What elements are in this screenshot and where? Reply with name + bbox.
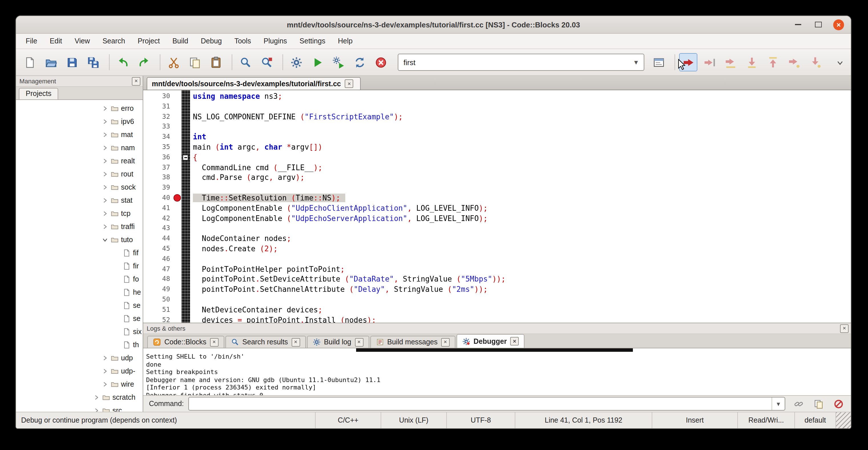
tree-item-se[interactable]: se — [16, 312, 143, 325]
code-line[interactable]: 35main (int argc, char *argv[]) — [143, 142, 851, 152]
step-into-instruction-button[interactable] — [806, 53, 824, 71]
breakpoint-margin[interactable] — [173, 122, 182, 132]
code-line[interactable]: 49 pointToPoint.SetChannelAttribute ("De… — [143, 284, 851, 295]
toolbar-overflow-button[interactable] — [833, 57, 846, 67]
logs-tab-code-blocks[interactable]: Code::Blocks× — [147, 336, 224, 348]
tree-item-tuto[interactable]: tuto — [16, 233, 143, 246]
breakpoint-marker[interactable] — [174, 194, 181, 202]
breakpoint-margin[interactable] — [173, 102, 182, 112]
menu-build[interactable]: Build — [166, 34, 195, 49]
save-button[interactable] — [63, 53, 81, 71]
breakpoint-margin[interactable] — [173, 305, 182, 315]
debugger-log[interactable]: Setting SHELL to '/bin/sh'doneSetting br… — [143, 348, 851, 395]
find-button[interactable] — [236, 53, 254, 71]
code-line[interactable]: 50 — [143, 295, 851, 305]
tree-item-fir[interactable]: fir — [16, 259, 143, 272]
cut-button[interactable] — [164, 53, 183, 71]
tree-item-tcp[interactable]: tcp — [16, 207, 143, 220]
breakpoint-margin[interactable] — [173, 173, 182, 183]
tree-item-six[interactable]: six — [16, 325, 143, 338]
copy-button[interactable] — [185, 53, 204, 71]
debug-continue-button[interactable] — [679, 53, 698, 71]
breakpoint-margin[interactable] — [173, 183, 182, 193]
menu-debug[interactable]: Debug — [195, 34, 228, 49]
code-line[interactable]: 33 — [143, 122, 851, 132]
run-to-cursor-button[interactable] — [700, 53, 718, 71]
tree-item-sock[interactable]: sock — [16, 180, 143, 193]
replace-button[interactable] — [257, 53, 276, 71]
project-tree[interactable]: erroipv6matnamrealtroutsockstattcptraffi… — [16, 100, 143, 412]
build-target-combobox[interactable]: first ▼ — [398, 54, 644, 71]
code-line[interactable]: 36{ — [143, 152, 851, 163]
code-line[interactable]: 40 Time::SetResolution (Time::NS); — [143, 193, 851, 203]
code-line[interactable]: 46 — [143, 254, 851, 264]
code-line[interactable]: 48 pointToPoint.SetDeviceAttribute ("Dat… — [143, 274, 851, 285]
menu-project[interactable]: Project — [131, 34, 166, 49]
breakpoint-margin[interactable] — [173, 284, 182, 295]
menu-edit[interactable]: Edit — [43, 34, 68, 49]
close-icon[interactable]: × — [210, 338, 218, 347]
tree-item-realt[interactable]: realt — [16, 154, 143, 167]
tree-item-src[interactable]: src — [16, 404, 143, 412]
code-line[interactable]: 31 — [143, 102, 851, 112]
code-line[interactable]: 44 NodeContainer nodes; — [143, 234, 851, 244]
breakpoint-margin[interactable] — [173, 203, 182, 214]
code-line[interactable]: 34int — [143, 132, 851, 142]
rebuild-button[interactable] — [350, 53, 369, 71]
tree-item-udp[interactable]: udp — [16, 351, 143, 364]
editor-tab[interactable]: mnt/dev/tools/source/ns-3-dev/examples/t… — [147, 77, 361, 90]
tree-item-fif[interactable]: fif — [16, 246, 143, 259]
redo-button[interactable] — [135, 53, 153, 71]
close-icon[interactable]: × — [345, 79, 353, 88]
abort-button[interactable] — [372, 53, 390, 71]
code-line[interactable]: 43 — [143, 223, 851, 234]
logs-tab-build-messages[interactable]: Build messages× — [370, 336, 456, 348]
menu-settings[interactable]: Settings — [293, 34, 332, 49]
breakpoint-margin[interactable] — [173, 162, 182, 173]
breakpoint-margin[interactable] — [173, 91, 182, 102]
maximize-button[interactable] — [813, 19, 824, 30]
paste-button[interactable] — [207, 53, 225, 71]
close-icon[interactable]: × — [510, 337, 519, 346]
tree-item-he[interactable]: he — [16, 286, 143, 299]
breakpoint-margin[interactable] — [173, 132, 182, 142]
tree-item-scratch[interactable]: scratch — [16, 391, 143, 404]
breakpoint-margin[interactable] — [173, 244, 182, 254]
code-line[interactable]: 37 CommandLine cmd (__FILE__); — [143, 162, 851, 173]
code-line[interactable]: 51 NetDeviceContainer devices; — [143, 305, 851, 315]
breakpoint-margin[interactable] — [173, 223, 182, 234]
logs-tab-debugger[interactable]: Debugger× — [457, 334, 525, 348]
breakpoint-margin[interactable] — [173, 254, 182, 264]
code-line[interactable]: 41 LogComponentEnable ("UdpEchoClientApp… — [143, 203, 851, 214]
breakpoint-margin[interactable] — [173, 264, 182, 274]
tree-item-th[interactable]: th — [16, 338, 143, 351]
run-button[interactable] — [308, 53, 327, 71]
breakpoint-margin[interactable] — [173, 315, 182, 323]
copy-log-button[interactable] — [811, 397, 825, 411]
tree-item-se[interactable]: se — [16, 299, 143, 312]
tree-item-ipv6[interactable]: ipv6 — [16, 115, 143, 128]
close-icon[interactable]: × — [132, 77, 141, 85]
tree-item-traffi[interactable]: traffi — [16, 220, 143, 233]
breakpoint-margin[interactable] — [173, 152, 182, 163]
chevron-down-icon[interactable]: ▼ — [772, 397, 785, 410]
save-all-button[interactable] — [84, 53, 102, 71]
code-line[interactable]: 38 cmd.Parse (argc, argv); — [143, 173, 851, 183]
breakpoint-margin[interactable] — [173, 295, 182, 305]
close-button[interactable]: × — [833, 19, 844, 30]
minimize-button[interactable] — [792, 19, 804, 30]
tree-item-udp-[interactable]: udp- — [16, 364, 143, 378]
menu-file[interactable]: File — [20, 34, 43, 49]
logs-tab-search-results[interactable]: Search results× — [225, 336, 306, 348]
open-file-button[interactable] — [42, 53, 60, 71]
tree-item-nam[interactable]: nam — [16, 141, 143, 154]
tree-item-wire[interactable]: wire — [16, 378, 143, 391]
clear-log-button[interactable] — [832, 397, 845, 411]
close-icon[interactable]: × — [291, 338, 300, 347]
tree-item-stat[interactable]: stat — [16, 193, 143, 207]
close-icon[interactable]: × — [441, 338, 450, 347]
breakpoint-margin[interactable] — [173, 193, 182, 203]
next-instruction-button[interactable] — [785, 53, 803, 71]
breakpoint-margin[interactable] — [173, 142, 182, 152]
menu-plugins[interactable]: Plugins — [257, 34, 293, 49]
